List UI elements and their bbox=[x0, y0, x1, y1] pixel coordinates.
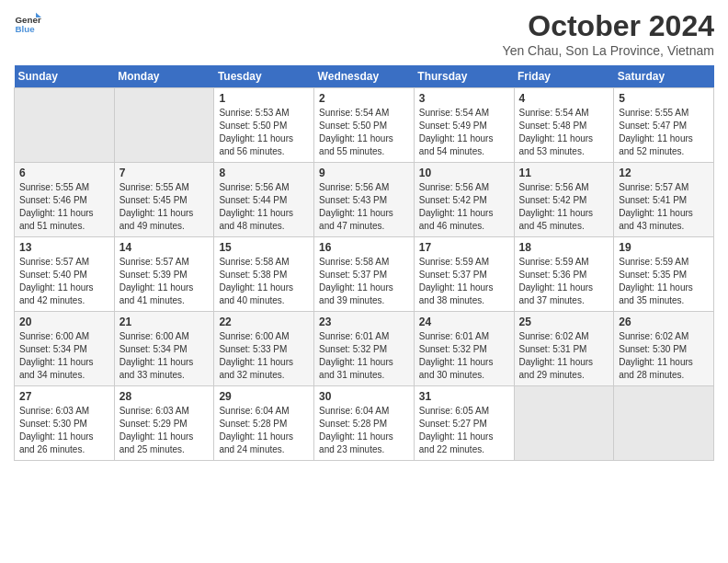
day-info: Sunrise: 5:54 AM Sunset: 5:48 PM Dayligh… bbox=[519, 107, 609, 158]
day-info: Sunrise: 6:04 AM Sunset: 5:28 PM Dayligh… bbox=[319, 405, 409, 456]
weekday-header-monday: Monday bbox=[114, 65, 214, 88]
day-number: 14 bbox=[119, 241, 210, 254]
day-info: Sunrise: 5:56 AM Sunset: 5:42 PM Dayligh… bbox=[419, 181, 509, 233]
page-header: General Blue October 2024 Yen Chau, Son … bbox=[14, 9, 714, 58]
calendar-cell: 8Sunrise: 5:56 AM Sunset: 5:44 PM Daylig… bbox=[214, 163, 314, 237]
day-number: 17 bbox=[419, 241, 509, 254]
calendar-cell: 25Sunrise: 6:02 AM Sunset: 5:31 PM Dayli… bbox=[514, 312, 614, 386]
day-info: Sunrise: 5:55 AM Sunset: 5:45 PM Dayligh… bbox=[119, 181, 210, 233]
day-info: Sunrise: 6:03 AM Sunset: 5:30 PM Dayligh… bbox=[19, 405, 109, 456]
day-info: Sunrise: 5:59 AM Sunset: 5:36 PM Dayligh… bbox=[519, 256, 609, 307]
weekday-header-sunday: Sunday bbox=[15, 65, 115, 88]
day-info: Sunrise: 5:56 AM Sunset: 5:44 PM Dayligh… bbox=[219, 181, 309, 233]
weekday-header-tuesday: Tuesday bbox=[214, 65, 314, 88]
day-number: 30 bbox=[319, 390, 409, 403]
day-number: 2 bbox=[319, 92, 409, 105]
calendar-cell: 20Sunrise: 6:00 AM Sunset: 5:34 PM Dayli… bbox=[15, 312, 115, 386]
calendar-cell: 10Sunrise: 5:56 AM Sunset: 5:42 PM Dayli… bbox=[414, 163, 514, 237]
day-info: Sunrise: 5:55 AM Sunset: 5:46 PM Dayligh… bbox=[19, 181, 109, 233]
calendar-cell: 27Sunrise: 6:03 AM Sunset: 5:30 PM Dayli… bbox=[15, 386, 115, 461]
calendar-cell: 24Sunrise: 6:01 AM Sunset: 5:32 PM Dayli… bbox=[414, 312, 514, 386]
weekday-header-thursday: Thursday bbox=[414, 65, 514, 88]
day-info: Sunrise: 6:00 AM Sunset: 5:34 PM Dayligh… bbox=[19, 330, 109, 382]
day-number: 13 bbox=[19, 241, 109, 254]
day-number: 18 bbox=[519, 241, 609, 254]
calendar-week-2: 6Sunrise: 5:55 AM Sunset: 5:46 PM Daylig… bbox=[15, 163, 714, 237]
calendar-cell: 26Sunrise: 6:02 AM Sunset: 5:30 PM Dayli… bbox=[614, 312, 714, 386]
calendar-cell: 5Sunrise: 5:55 AM Sunset: 5:47 PM Daylig… bbox=[614, 88, 714, 163]
day-number: 1 bbox=[219, 92, 309, 105]
day-info: Sunrise: 5:57 AM Sunset: 5:39 PM Dayligh… bbox=[119, 256, 210, 307]
calendar-week-3: 13Sunrise: 5:57 AM Sunset: 5:40 PM Dayli… bbox=[15, 237, 714, 312]
calendar-table: SundayMondayTuesdayWednesdayThursdayFrid… bbox=[14, 65, 714, 461]
day-info: Sunrise: 6:04 AM Sunset: 5:28 PM Dayligh… bbox=[219, 405, 309, 456]
day-info: Sunrise: 5:54 AM Sunset: 5:50 PM Dayligh… bbox=[319, 107, 409, 158]
day-number: 24 bbox=[419, 316, 509, 328]
day-info: Sunrise: 5:56 AM Sunset: 5:42 PM Dayligh… bbox=[519, 181, 609, 233]
calendar-cell bbox=[15, 88, 115, 163]
calendar-cell: 18Sunrise: 5:59 AM Sunset: 5:36 PM Dayli… bbox=[514, 237, 614, 312]
logo: General Blue bbox=[14, 9, 41, 37]
day-info: Sunrise: 5:55 AM Sunset: 5:47 PM Dayligh… bbox=[619, 107, 709, 158]
day-info: Sunrise: 6:02 AM Sunset: 5:31 PM Dayligh… bbox=[519, 330, 609, 382]
logo-icon: General Blue bbox=[14, 9, 41, 37]
calendar-week-4: 20Sunrise: 6:00 AM Sunset: 5:34 PM Dayli… bbox=[15, 312, 714, 386]
calendar-cell bbox=[614, 386, 714, 461]
day-number: 29 bbox=[219, 390, 309, 403]
day-info: Sunrise: 6:00 AM Sunset: 5:34 PM Dayligh… bbox=[119, 330, 210, 382]
day-number: 27 bbox=[19, 390, 109, 403]
day-number: 26 bbox=[619, 316, 709, 328]
calendar-cell: 13Sunrise: 5:57 AM Sunset: 5:40 PM Dayli… bbox=[15, 237, 115, 312]
calendar-cell: 14Sunrise: 5:57 AM Sunset: 5:39 PM Dayli… bbox=[114, 237, 214, 312]
day-info: Sunrise: 5:59 AM Sunset: 5:35 PM Dayligh… bbox=[619, 256, 709, 307]
month-title: October 2024 bbox=[503, 9, 714, 43]
calendar-cell: 17Sunrise: 5:59 AM Sunset: 5:37 PM Dayli… bbox=[414, 237, 514, 312]
calendar-week-1: 1Sunrise: 5:53 AM Sunset: 5:50 PM Daylig… bbox=[15, 88, 714, 163]
day-number: 19 bbox=[619, 241, 709, 254]
calendar-cell: 1Sunrise: 5:53 AM Sunset: 5:50 PM Daylig… bbox=[214, 88, 314, 163]
day-info: Sunrise: 6:00 AM Sunset: 5:33 PM Dayligh… bbox=[219, 330, 309, 382]
calendar-cell: 2Sunrise: 5:54 AM Sunset: 5:50 PM Daylig… bbox=[314, 88, 415, 163]
day-number: 9 bbox=[319, 167, 409, 179]
calendar-cell: 22Sunrise: 6:00 AM Sunset: 5:33 PM Dayli… bbox=[214, 312, 314, 386]
day-number: 8 bbox=[219, 167, 309, 179]
calendar-cell: 6Sunrise: 5:55 AM Sunset: 5:46 PM Daylig… bbox=[15, 163, 115, 237]
day-number: 7 bbox=[119, 167, 210, 179]
day-info: Sunrise: 5:56 AM Sunset: 5:43 PM Dayligh… bbox=[319, 181, 409, 233]
day-info: Sunrise: 5:53 AM Sunset: 5:50 PM Dayligh… bbox=[219, 107, 309, 158]
day-number: 15 bbox=[219, 241, 309, 254]
calendar-cell bbox=[114, 88, 214, 163]
weekday-header-friday: Friday bbox=[514, 65, 614, 88]
day-info: Sunrise: 6:02 AM Sunset: 5:30 PM Dayligh… bbox=[619, 330, 709, 382]
calendar-cell: 31Sunrise: 6:05 AM Sunset: 5:27 PM Dayli… bbox=[414, 386, 514, 461]
calendar-cell: 3Sunrise: 5:54 AM Sunset: 5:49 PM Daylig… bbox=[414, 88, 514, 163]
day-info: Sunrise: 6:01 AM Sunset: 5:32 PM Dayligh… bbox=[419, 330, 509, 382]
day-number: 22 bbox=[219, 316, 309, 328]
weekday-header-row: SundayMondayTuesdayWednesdayThursdayFrid… bbox=[15, 65, 714, 88]
day-number: 12 bbox=[619, 167, 709, 179]
calendar-cell: 7Sunrise: 5:55 AM Sunset: 5:45 PM Daylig… bbox=[114, 163, 214, 237]
calendar-cell: 23Sunrise: 6:01 AM Sunset: 5:32 PM Dayli… bbox=[314, 312, 415, 386]
day-info: Sunrise: 5:57 AM Sunset: 5:41 PM Dayligh… bbox=[619, 181, 709, 233]
day-info: Sunrise: 5:59 AM Sunset: 5:37 PM Dayligh… bbox=[419, 256, 509, 307]
day-info: Sunrise: 6:03 AM Sunset: 5:29 PM Dayligh… bbox=[119, 405, 210, 456]
calendar-week-5: 27Sunrise: 6:03 AM Sunset: 5:30 PM Dayli… bbox=[15, 386, 714, 461]
day-info: Sunrise: 5:57 AM Sunset: 5:40 PM Dayligh… bbox=[19, 256, 109, 307]
day-number: 5 bbox=[619, 92, 709, 105]
weekday-header-wednesday: Wednesday bbox=[314, 65, 415, 88]
title-block: October 2024 Yen Chau, Son La Province, … bbox=[503, 9, 714, 58]
calendar-cell bbox=[514, 386, 614, 461]
calendar-cell: 12Sunrise: 5:57 AM Sunset: 5:41 PM Dayli… bbox=[614, 163, 714, 237]
day-number: 10 bbox=[419, 167, 509, 179]
calendar-cell: 21Sunrise: 6:00 AM Sunset: 5:34 PM Dayli… bbox=[114, 312, 214, 386]
calendar-cell: 4Sunrise: 5:54 AM Sunset: 5:48 PM Daylig… bbox=[514, 88, 614, 163]
day-number: 25 bbox=[519, 316, 609, 328]
calendar-cell: 29Sunrise: 6:04 AM Sunset: 5:28 PM Dayli… bbox=[214, 386, 314, 461]
day-number: 3 bbox=[419, 92, 509, 105]
calendar-cell: 15Sunrise: 5:58 AM Sunset: 5:38 PM Dayli… bbox=[214, 237, 314, 312]
day-number: 28 bbox=[119, 390, 210, 403]
day-info: Sunrise: 6:01 AM Sunset: 5:32 PM Dayligh… bbox=[319, 330, 409, 382]
calendar-cell: 11Sunrise: 5:56 AM Sunset: 5:42 PM Dayli… bbox=[514, 163, 614, 237]
svg-text:Blue: Blue bbox=[16, 24, 36, 34]
day-number: 16 bbox=[319, 241, 409, 254]
